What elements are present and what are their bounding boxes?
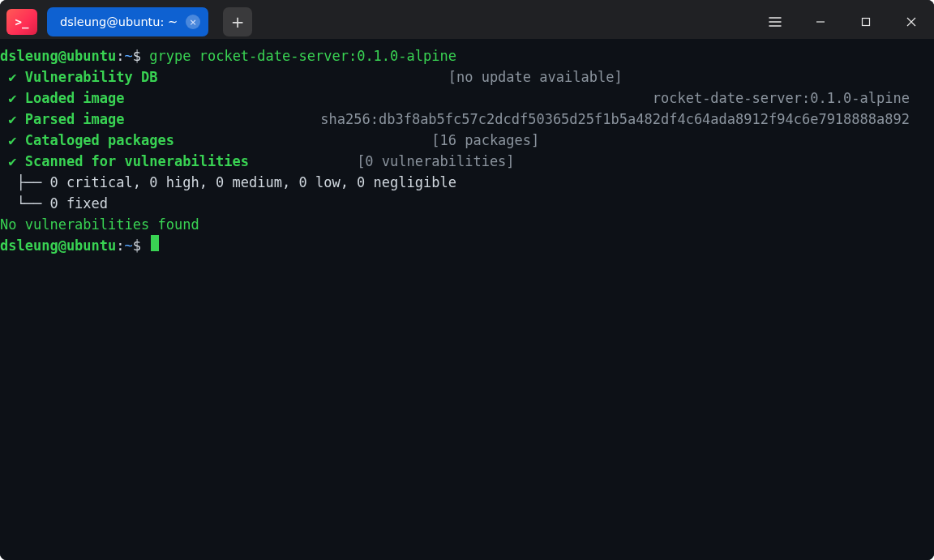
tree-line: ├── 0 critical, 0 high, 0 medium, 0 low,… bbox=[0, 172, 934, 193]
check-icon: ✔ bbox=[0, 132, 25, 148]
status-line-left: ✔ Parsed image bbox=[0, 109, 274, 130]
close-icon bbox=[906, 16, 917, 28]
minimize-icon bbox=[815, 16, 826, 28]
status-line: ✔ Loaded image rocket-date-server:0.1.0-… bbox=[0, 88, 934, 109]
svg-rect-0 bbox=[863, 19, 870, 26]
status-info-left: [no update available] bbox=[448, 69, 623, 85]
check-icon: ✔ bbox=[0, 111, 25, 127]
close-icon: × bbox=[189, 18, 196, 27]
status-label: Loaded image bbox=[25, 90, 274, 106]
status-line-left: ✔ Loaded image bbox=[0, 88, 274, 109]
status-line: ✔ Vulnerability DB [no update available] bbox=[0, 66, 934, 88]
tree-text: ├── 0 critical, 0 high, 0 medium, 0 low,… bbox=[0, 172, 456, 193]
close-button[interactable] bbox=[889, 5, 934, 39]
prompt-sep1: : bbox=[116, 235, 124, 256]
status-label: Scanned for vulnerabilities bbox=[25, 153, 274, 169]
app-icon[interactable]: >_ bbox=[6, 9, 37, 35]
terminal-window: >_ dsleung@ubuntu: ~ × + dsleung bbox=[0, 0, 934, 560]
hamburger-icon bbox=[769, 17, 782, 27]
tab-title: dsleung@ubuntu: ~ bbox=[60, 15, 178, 28]
prompt-user-host: dsleung@ubuntu bbox=[0, 45, 116, 66]
terminal-body[interactable]: dsleung@ubuntu:~$ grype rocket-date-serv… bbox=[0, 45, 934, 560]
check-icon: ✔ bbox=[0, 153, 25, 169]
status-line: ✔ Scanned for vulnerabilities [0 vulnera… bbox=[0, 151, 934, 172]
status-line-left: ✔ Cataloged packages [16 packages] bbox=[0, 130, 539, 151]
status-line: ✔ Cataloged packages [16 packages] bbox=[0, 130, 934, 151]
cursor bbox=[151, 235, 159, 251]
status-info-right: rocket-date-server:0.1.0-alpine bbox=[653, 88, 910, 109]
tab-active[interactable]: dsleung@ubuntu: ~ × bbox=[47, 7, 208, 36]
status-line-left: ✔ Vulnerability DB [no update available] bbox=[0, 66, 623, 88]
status-info-left: [16 packages] bbox=[431, 132, 539, 148]
tab-close-button[interactable]: × bbox=[186, 15, 200, 29]
minimize-button[interactable] bbox=[798, 5, 843, 39]
tree-text: └── 0 fixed bbox=[0, 193, 108, 214]
maximize-button[interactable] bbox=[843, 5, 889, 39]
menu-button[interactable] bbox=[752, 5, 798, 39]
prompt-sep2: $ bbox=[133, 235, 149, 256]
plus-icon: + bbox=[231, 12, 245, 32]
status-line-left: ✔ Scanned for vulnerabilities [0 vulnera… bbox=[0, 151, 515, 172]
app-icon-glyph: >_ bbox=[15, 15, 29, 28]
status-info-left: [0 vulnerabilities] bbox=[357, 153, 514, 169]
status-line: ✔ Parsed image sha256:db3f8ab5fc57c2dcdf… bbox=[0, 109, 934, 130]
result-text: No vulnerabilities found bbox=[0, 214, 199, 235]
tree-line: └── 0 fixed bbox=[0, 193, 934, 214]
command-line: dsleung@ubuntu:~$ grype rocket-date-serv… bbox=[0, 45, 934, 66]
status-label: Parsed image bbox=[25, 111, 274, 127]
status-label: Cataloged packages bbox=[25, 132, 274, 148]
prompt-cwd: ~ bbox=[125, 235, 133, 256]
titlebar: >_ dsleung@ubuntu: ~ × + bbox=[0, 0, 934, 39]
prompt-sep2: $ bbox=[133, 45, 141, 66]
window-controls bbox=[752, 5, 934, 39]
command-line-empty[interactable]: dsleung@ubuntu:~$ bbox=[0, 235, 934, 256]
prompt-user-host: dsleung@ubuntu bbox=[0, 235, 116, 256]
prompt-sep1: : bbox=[116, 45, 124, 66]
result-line: No vulnerabilities found bbox=[0, 214, 934, 235]
check-icon: ✔ bbox=[0, 90, 25, 106]
command-text: grype rocket-date-server:0.1.0-alpine bbox=[141, 45, 456, 66]
status-info-right: sha256:db3f8ab5fc57c2dcdf50365d25f1b5a48… bbox=[320, 109, 910, 130]
check-icon: ✔ bbox=[0, 69, 25, 85]
new-tab-button[interactable]: + bbox=[223, 7, 252, 36]
maximize-icon bbox=[860, 16, 872, 28]
status-label: Vulnerability DB bbox=[25, 69, 274, 85]
prompt-cwd: ~ bbox=[125, 45, 133, 66]
